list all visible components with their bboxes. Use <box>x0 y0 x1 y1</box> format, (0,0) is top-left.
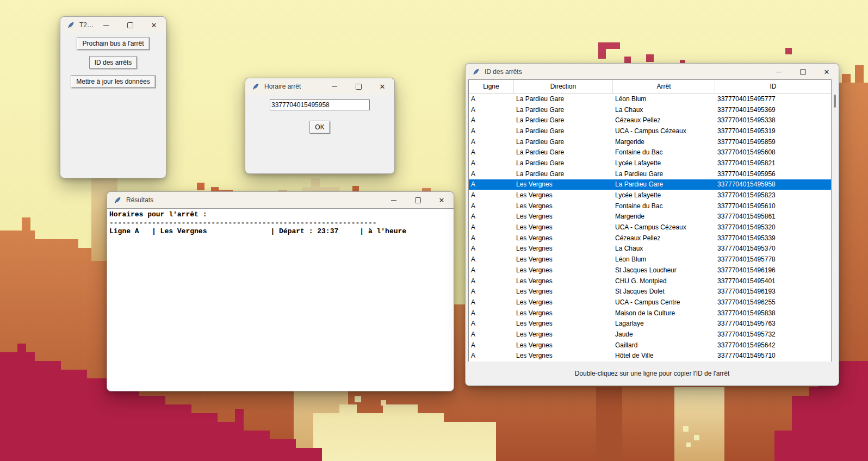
table-row[interactable]: ALes VergnesJaude3377704015495732 <box>469 329 831 340</box>
table-cell: Les Vergnes <box>514 352 613 359</box>
table-row[interactable]: ALes VergnesLycée Lafayette3377704015495… <box>469 190 831 201</box>
table-cell: Cézeaux Pellez <box>613 234 715 242</box>
table-cell: La Pardieu Gare <box>613 170 715 178</box>
mettre-a-jour-button[interactable]: Mettre à jour les données <box>71 75 155 88</box>
table-row[interactable]: ALes VergnesFontaine du Bac3377704015495… <box>469 201 831 211</box>
close-icon[interactable]: ✕ <box>142 17 166 33</box>
table-cell: Lycée Lafayette <box>613 191 715 199</box>
column-header-direction[interactable]: Direction <box>514 80 613 93</box>
table-row[interactable]: ALa Pardieu GareLa Chaux3377704015495369 <box>469 104 831 115</box>
table-row[interactable]: ALes VergnesCézeaux Pellez33777040154953… <box>469 233 831 244</box>
tk-feather-icon <box>114 197 121 204</box>
minimize-icon[interactable] <box>767 64 791 80</box>
window-title: Résultats <box>126 196 153 204</box>
table-cell: A <box>469 234 514 242</box>
table-cell: A <box>469 277 514 285</box>
table-cell: 3377704015495778 <box>715 256 831 263</box>
table-row[interactable]: ALa Pardieu GareLycée Lafayette337770401… <box>469 158 831 169</box>
table-row[interactable]: ALes VergnesCHU G. Montpied3377704015495… <box>469 276 831 286</box>
table-row[interactable]: ALa Pardieu GareFontaine du Bac337770401… <box>469 147 831 158</box>
maximize-icon[interactable] <box>118 17 142 33</box>
window-controls: ✕ <box>323 78 394 95</box>
table-cell: Margeride <box>613 213 715 220</box>
table-row[interactable]: ALes VergnesLagarlaye3377704015495763 <box>469 318 831 329</box>
maximize-icon[interactable] <box>406 192 430 208</box>
table-cell: 3377704015495710 <box>715 352 831 359</box>
table-cell: 3377704015495823 <box>715 191 831 199</box>
ok-button[interactable]: OK <box>309 121 330 134</box>
stops-table: Ligne Direction Arrêt ID ALa Pardieu Gar… <box>468 79 832 363</box>
table-cell: Les Vergnes <box>514 245 613 252</box>
close-icon[interactable]: ✕ <box>430 192 454 208</box>
titlebar-horaire[interactable]: Horaire arrêt ✕ <box>245 78 394 95</box>
column-header-arret[interactable]: Arrêt <box>613 80 715 93</box>
table-cell: A <box>469 95 514 103</box>
table-cell: 3377704015495956 <box>715 170 831 178</box>
stops-table-body[interactable]: ALa Pardieu GareLéon Blum337770401549577… <box>469 94 831 362</box>
table-row[interactable]: ALa Pardieu GareMargeride337770401549585… <box>469 136 831 147</box>
table-cell: Les Vergnes <box>514 331 613 338</box>
table-row[interactable]: ALes VergnesLa Chaux3377704015495370 <box>469 244 831 254</box>
table-cell: 3377704015495369 <box>715 106 831 114</box>
minimize-icon[interactable] <box>382 192 406 208</box>
resultats-body: Horaires pour l'arrêt : ----------------… <box>107 208 454 391</box>
table-cell: La Pardieu Gare <box>514 95 613 103</box>
table-cell: La Pardieu Gare <box>514 138 613 146</box>
table-row[interactable]: ALes VergnesMargeride3377704015495861 <box>469 211 831 222</box>
table-cell: Les Vergnes <box>514 256 613 263</box>
table-cell: La Pardieu Gare <box>514 127 613 135</box>
table-row[interactable]: ALes VergnesLéon Blum3377704015495778 <box>469 254 831 265</box>
table-cell: 3377704015495642 <box>715 341 831 349</box>
table-cell: A <box>469 127 514 135</box>
table-cell: 3377704015495777 <box>715 95 831 103</box>
table-cell: CHU G. Montpied <box>613 277 715 285</box>
table-row[interactable]: ALes VergnesMaison de la Culture33777040… <box>469 308 831 319</box>
table-scrollbar[interactable] <box>830 79 839 363</box>
table-cell: A <box>469 266 514 274</box>
table-row[interactable]: ALa Pardieu GareLéon Blum337770401549577… <box>469 94 831 104</box>
table-row[interactable]: ALes VergnesSt Jacques Loucheur337770401… <box>469 265 831 276</box>
resultats-text: Horaires pour l'arrêt : ----------------… <box>107 209 454 238</box>
table-cell: A <box>469 298 514 306</box>
table-cell: A <box>469 148 514 156</box>
table-cell: Lycée Lafayette <box>613 159 715 167</box>
table-row[interactable]: ALa Pardieu GareLa Pardieu Gare337770401… <box>469 169 831 179</box>
table-row[interactable]: ALa Pardieu GareUCA - Campus Cézeaux3377… <box>469 126 831 136</box>
column-header-ligne[interactable]: Ligne <box>469 80 514 93</box>
minimize-icon[interactable] <box>94 17 118 33</box>
titlebar-resultats[interactable]: Résultats ✕ <box>107 192 454 208</box>
titlebar-main-menu[interactable]: T2C... ✕ <box>60 17 166 33</box>
table-row[interactable]: ALa Pardieu GareCézeaux Pellez3377704015… <box>469 115 831 126</box>
window-title: Horaire arrêt <box>264 83 301 90</box>
table-row[interactable]: ALes VergnesUCA - Campus Centre337770401… <box>469 297 831 308</box>
close-icon[interactable]: ✕ <box>815 64 839 80</box>
table-row[interactable]: ALes VergnesHôtel de Ville33777040154957… <box>469 351 831 362</box>
window-resultats: Résultats ✕ Horaires pour l'arrêt : ----… <box>107 191 454 391</box>
column-header-id[interactable]: ID <box>715 80 831 93</box>
status-bar: Double-cliquez sur une ligne pour copier… <box>466 362 839 385</box>
prochain-bus-button[interactable]: Prochain bus à l'arrêt <box>77 37 149 50</box>
id-des-arrets-button[interactable]: ID des arrêts <box>89 56 138 69</box>
table-cell: Fontaine du Bac <box>613 202 715 210</box>
titlebar-ids[interactable]: ID des arrêts ✕ <box>466 64 839 80</box>
table-cell: 3377704015495401 <box>715 277 831 285</box>
table-cell: Margeride <box>613 138 715 146</box>
maximize-icon[interactable] <box>346 78 370 95</box>
table-cell: A <box>469 106 514 114</box>
table-cell: 3377704015495763 <box>715 320 831 327</box>
table-row[interactable]: ALes VergnesGaillard3377704015495642 <box>469 340 831 351</box>
table-row[interactable]: ALes VergnesSt Jacques Dolet337770401549… <box>469 286 831 297</box>
maximize-icon[interactable] <box>791 64 815 80</box>
table-cell: Les Vergnes <box>514 341 613 349</box>
close-icon[interactable]: ✕ <box>370 78 394 95</box>
table-row[interactable]: ALes VergnesLa Pardieu Gare3377704015495… <box>469 179 831 190</box>
scrollbar-thumb[interactable] <box>834 95 836 108</box>
table-cell: 3377704015496255 <box>715 298 831 306</box>
minimize-icon[interactable] <box>323 78 346 95</box>
table-cell: A <box>469 159 514 167</box>
table-row[interactable]: ALes VergnesUCA - Campus Cézeaux33777040… <box>469 222 831 233</box>
table-cell: Fontaine du Bac <box>613 148 715 156</box>
table-cell: A <box>469 256 514 263</box>
table-cell: A <box>469 213 514 220</box>
stop-id-input[interactable] <box>270 99 370 110</box>
